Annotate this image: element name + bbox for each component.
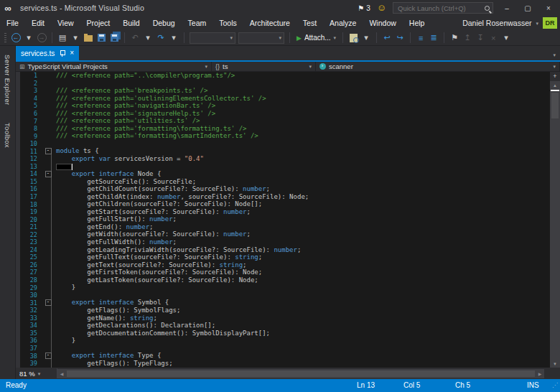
menu-team[interactable]: Team — [182, 17, 213, 29]
scroll-up-icon[interactable]: ▲ — [550, 81, 560, 89]
code-line[interactable]: 36 } — [16, 337, 550, 345]
code-line[interactable]: 27 getFirstToken(sourceFile?: SourceFile… — [16, 269, 550, 276]
tab-services-ts[interactable]: services.ts × — [16, 46, 79, 60]
close-tab-icon[interactable]: × — [70, 50, 74, 57]
code-line[interactable]: 5/// <reference path='navigationBar.ts' … — [16, 102, 550, 110]
feedback-smiley-icon[interactable]: ☺ — [377, 4, 386, 12]
menu-build[interactable]: Build — [116, 17, 146, 29]
new-file-icon[interactable]: ▤ — [57, 32, 67, 44]
scroll-right-icon[interactable]: ▶ — [536, 371, 544, 376]
code-line[interactable]: 21 getEnd(): number; — [16, 223, 550, 231]
code-line[interactable]: 1/// <reference path="..\compiler\progra… — [16, 72, 550, 80]
code-line[interactable]: 19 getStart(sourceFile?: SourceFile): nu… — [16, 208, 550, 216]
code-line[interactable]: 12 export var servicesVersion = "0.4" — [16, 155, 550, 163]
signed-in-user[interactable]: Daniel Rosenwasser — [462, 19, 531, 27]
previous-bookmark-icon[interactable]: ↥ — [462, 32, 472, 44]
navigate-backward-dropdown-icon[interactable]: ▾ — [24, 32, 34, 44]
navigate-backward-icon[interactable]: ← — [11, 33, 21, 42]
split-editor-handle[interactable]: + — [550, 72, 560, 81]
menu-tools[interactable]: Tools — [213, 17, 243, 29]
code-line[interactable]: 26 getText(sourceFile?: SourceFile): str… — [16, 261, 550, 269]
code-line[interactable]: 6/// <reference path='signatureHelp.ts' … — [16, 110, 550, 118]
decrease-indent-icon[interactable]: ≡ — [416, 32, 426, 44]
resize-grip-icon[interactable]: ⋰ — [552, 382, 558, 388]
code-line[interactable]: 3/// <reference path='breakpoints.ts' /> — [16, 87, 550, 95]
code-editor[interactable]: 1/// <reference path="..\compiler\progra… — [16, 72, 550, 368]
code-line[interactable]: 37 — [16, 345, 550, 353]
menu-file[interactable]: File — [0, 17, 25, 29]
code-line[interactable]: 2 — [16, 80, 550, 88]
fold-collapse-icon[interactable]: - — [45, 299, 52, 306]
fold-collapse-icon[interactable]: - — [45, 171, 52, 177]
redo-icon[interactable]: ↷ — [156, 32, 166, 44]
find-in-files-icon[interactable] — [350, 34, 358, 42]
code-line[interactable]: 34 getDeclarations(): Declaration[]; — [16, 322, 550, 330]
minimize-button[interactable]: – — [500, 4, 514, 12]
menu-architecture[interactable]: Architecture — [243, 17, 297, 29]
close-button[interactable]: × — [541, 4, 556, 12]
menu-help[interactable]: Help — [403, 17, 431, 29]
code-line[interactable]: 7/// <reference path='utilities.ts' /> — [16, 117, 550, 125]
code-line[interactable]: 9/// <reference path='formatting\smartIn… — [16, 132, 550, 140]
fold-collapse-icon[interactable]: - — [45, 148, 52, 154]
menu-project[interactable]: Project — [80, 17, 117, 29]
code-line[interactable]: 16 getChildCount(sourceFile?: SourceFile… — [16, 185, 550, 193]
toolbar-overflow-icon[interactable]: ▾ — [361, 32, 371, 44]
code-line[interactable]: 31- export interface Symbol { — [16, 299, 550, 307]
side-tab-server-explorer[interactable]: Server Explorer — [4, 49, 11, 111]
new-file-dropdown-icon[interactable]: ▾ — [70, 32, 80, 44]
horizontal-scrollbar[interactable]: ◀ ▶ — [57, 369, 544, 378]
notifications-button[interactable]: ⚑ 3 — [358, 4, 370, 12]
navigate-forward-icon[interactable]: → — [37, 33, 47, 42]
code-area[interactable]: 1/// <reference path="..\compiler\progra… — [16, 72, 550, 367]
code-line[interactable]: 4/// <reference path='outliningElementsC… — [16, 95, 550, 103]
horizontal-scroll-thumb[interactable] — [67, 370, 535, 377]
quick-launch-box[interactable] — [393, 2, 493, 14]
zoom-control[interactable]: 81 % ▾ — [16, 368, 57, 378]
code-line[interactable]: 8/// <reference path='formatting\formatt… — [16, 125, 550, 133]
menu-test[interactable]: Test — [297, 17, 323, 29]
undo-dropdown-icon[interactable]: ▾ — [143, 32, 153, 44]
side-tab-toolbox[interactable]: Toolbox — [4, 117, 11, 154]
code-line[interactable]: 10 — [16, 140, 550, 148]
type-dropdown[interactable]: {} ts ▾ — [212, 62, 316, 71]
code-line[interactable]: 24 getLeadingTriviaWidth(sourceFile?: So… — [16, 246, 550, 254]
code-line[interactable]: 33 getName(): string; — [16, 314, 550, 322]
menu-analyze[interactable]: Analyze — [323, 17, 363, 29]
clear-bookmarks-icon[interactable]: × — [488, 32, 498, 44]
toggle-bookmark-icon[interactable]: ⚑ — [449, 32, 459, 44]
code-line[interactable]: 18 getChildren(sourceFile?: SourceFile):… — [16, 200, 550, 208]
code-line[interactable]: 22 getWidth(sourceFile?: SourceFile): nu… — [16, 230, 550, 238]
code-line[interactable]: 17 getChildAt(index: number, sourceFile?… — [16, 193, 550, 201]
maximize-button[interactable]: ▢ — [521, 4, 535, 12]
code-line[interactable]: 20 getFullStart(): number; — [16, 215, 550, 223]
quick-launch-input[interactable] — [396, 4, 485, 13]
code-line[interactable]: 28 getLastToken(sourceFile?: SourceFile)… — [16, 276, 550, 284]
menu-debug[interactable]: Debug — [146, 17, 182, 29]
save-all-icon[interactable] — [111, 34, 118, 42]
menu-window[interactable]: Window — [363, 17, 402, 29]
vertical-scrollbar[interactable]: + ▲ ▼ — [550, 72, 560, 368]
menu-edit[interactable]: Edit — [25, 17, 51, 29]
code-line[interactable]: 30 — [16, 291, 550, 299]
attach-button[interactable]: ▶ Attach... ▾ — [295, 34, 337, 42]
toolbar-grip[interactable] — [4, 33, 6, 43]
code-line[interactable]: 39 getFlags(): TypeFlags; — [16, 360, 550, 368]
code-line[interactable]: 32 getFlags(): SymbolFlags; — [16, 307, 550, 314]
redo-dropdown-icon[interactable]: ▾ — [169, 32, 179, 44]
menu-view[interactable]: View — [51, 17, 80, 29]
navigate-return-icon[interactable]: ↩ — [382, 32, 392, 44]
next-bookmark-icon[interactable]: ↧ — [475, 32, 485, 44]
navigate-goto-icon[interactable]: ↪ — [395, 32, 405, 44]
user-avatar[interactable]: DR — [543, 17, 557, 29]
attach-dropdown-icon[interactable]: ▾ — [334, 35, 337, 40]
solution-platforms-combo[interactable]: ▾ — [238, 32, 284, 44]
code-line[interactable]: 25 getFullText(sourceFile?: SourceFile):… — [16, 253, 550, 261]
fold-collapse-icon[interactable]: - — [45, 353, 52, 359]
open-file-icon[interactable] — [84, 35, 93, 42]
increase-indent-icon[interactable]: ≣ — [429, 32, 439, 44]
code-line[interactable]: 29 } — [16, 284, 550, 291]
code-line[interactable]: 38- export interface Type { — [16, 352, 550, 360]
scroll-down-icon[interactable]: ▼ — [550, 360, 560, 368]
tab-list-dropdown-icon[interactable]: ▾ — [553, 52, 560, 60]
